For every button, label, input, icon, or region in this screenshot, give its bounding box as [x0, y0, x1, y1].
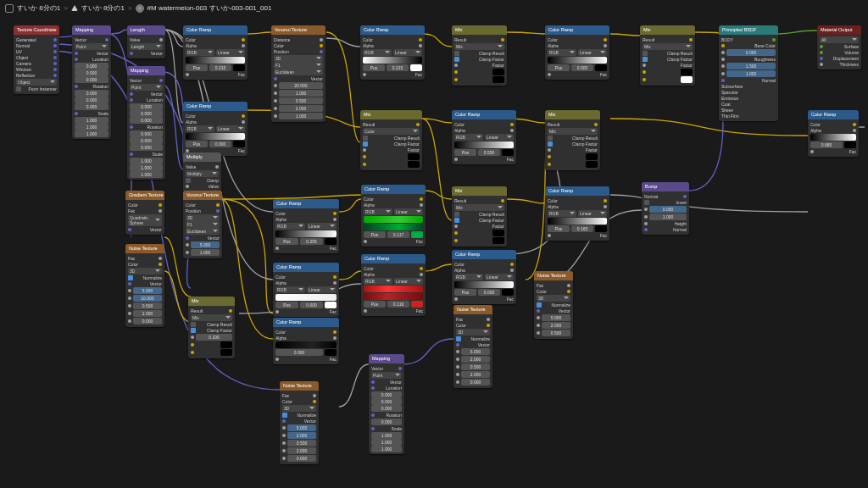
- ior-field[interactable]: 1.500: [726, 63, 776, 69]
- object-icon: [5, 4, 14, 13]
- out-object: Object: [16, 55, 28, 60]
- node-color-ramp-10[interactable]: Color Ramp Color Alpha RGBLinear Pos0.00…: [452, 250, 516, 304]
- node-color-ramp-green[interactable]: Color Ramp Color Alpha RGBLinear Pos0.11…: [361, 185, 426, 247]
- mesh-icon: [71, 5, 78, 11]
- node-header[interactable]: Texture Coordinate: [14, 25, 59, 35]
- loc-x[interactable]: 0.000: [75, 63, 108, 69]
- node-color-ramp-4[interactable]: Color Ramp Color Alpha RGBLinear Pos0.00…: [545, 25, 609, 80]
- node-mix-2[interactable]: Mix Result Mix Clamp Result Clamp Factor…: [640, 25, 695, 86]
- chevron-icon: >: [128, 4, 132, 12]
- node-mix-4[interactable]: Mix Result Mix Clamp Result Clamp Factor…: [545, 110, 600, 170]
- node-mapping[interactable]: Mapping Vector Point Vector Location 0.0…: [72, 25, 111, 139]
- metallic-field[interactable]: 0.000: [726, 49, 776, 56]
- node-gradient-texture[interactable]: Gradient Texture Color Fac Quadratic Sph…: [125, 191, 164, 235]
- out-vector: Vector: [75, 37, 86, 42]
- node-header[interactable]: Length: [127, 25, 165, 35]
- color-swatch[interactable]: [233, 64, 245, 71]
- breadcrumb-mesh[interactable]: すいか 8分の1: [81, 3, 125, 13]
- node-material-output[interactable]: Material Output All Surface Volume Displ…: [817, 25, 861, 69]
- from-instancer-check[interactable]: [16, 86, 21, 92]
- scale-field[interactable]: 20.000: [279, 82, 323, 89]
- object-dropdown[interactable]: Object: [16, 79, 57, 86]
- node-mapping-2[interactable]: Mapping Vector Point Vector Location 0.0…: [127, 66, 165, 180]
- node-voronoi-texture[interactable]: Voronoi Texture Distance Color Position …: [271, 25, 326, 122]
- node-color-ramp-7[interactable]: Color Ramp Color Alpha RGBLinear Pos0.25…: [273, 199, 339, 253]
- type-dropdown[interactable]: Point: [75, 43, 108, 50]
- out-normal: Normal: [16, 43, 30, 48]
- op-dropdown[interactable]: Length: [130, 43, 163, 50]
- dim-dropdown[interactable]: 3D: [274, 55, 323, 62]
- node-mix-3[interactable]: Mix Result Color Clamp Result Clamp Fact…: [360, 110, 422, 170]
- color-ramp-gradient[interactable]: [186, 57, 245, 64]
- material-icon: [136, 4, 144, 13]
- node-mix-6[interactable]: Mix Result Mix Clamp Result Clamp Factor…: [452, 186, 507, 247]
- node-header[interactable]: Color Ramp: [183, 25, 248, 35]
- node-color-ramp-9[interactable]: Color Ramp Color Alpha RGBLinear Pos0.00…: [273, 263, 339, 317]
- node-texture-coordinate[interactable]: Texture Coordinate Generated Normal UV O…: [14, 25, 59, 94]
- breadcrumb-material[interactable]: #M watermelon-003 すいか-003-001_001: [147, 3, 272, 13]
- node-color-ramp-3[interactable]: Color Ramp Color Alpha RGBLinear Pos0.21…: [360, 25, 425, 80]
- loc-z[interactable]: 0.000: [75, 76, 108, 83]
- node-noise-texture-2[interactable]: Noise Texture Fac Color 3D Normalize Vec…: [453, 305, 492, 388]
- node-color-ramp-6[interactable]: Color Ramp Color Alpha 0.685 Fac: [808, 110, 859, 157]
- interp-dropdown[interactable]: RGB: [186, 49, 214, 56]
- out-generated: Generated: [16, 37, 36, 42]
- strength-field[interactable]: 0.050: [649, 206, 687, 213]
- node-header[interactable]: Mapping: [127, 66, 165, 75]
- loc-y[interactable]: 0.000: [75, 69, 108, 76]
- out-window: Window: [16, 67, 31, 72]
- node-noise-texture-4[interactable]: Noise Texture Fac Color 3D Normalize Vec…: [534, 271, 573, 339]
- node-header[interactable]: Voronoi Texture: [271, 25, 326, 35]
- node-vector-length[interactable]: Length Value Length Vector: [127, 25, 165, 58]
- node-color-ramp-5[interactable]: Color Ramp Color Alpha RGBLinear Pos0.55…: [452, 110, 516, 164]
- breadcrumb-object[interactable]: すいか 8分の1: [17, 3, 60, 13]
- node-color-ramp-8[interactable]: Color Ramp Color Alpha RGBLinear Pos0.16…: [545, 186, 609, 241]
- node-color-ramp-2[interactable]: Color Ramp Color Alpha RGBLinear Pos0.00…: [183, 102, 248, 156]
- node-noise-texture-1[interactable]: Noise Texture Fac Color 3D Normalize Vec…: [125, 244, 164, 327]
- node-noise-texture-3[interactable]: Noise Texture Fac Color 3D Normalize Vec…: [280, 381, 319, 464]
- node-color-ramp-red[interactable]: Color Ramp Color Alpha RGBLinear Pos0.11…: [361, 254, 426, 316]
- node-mapping-3[interactable]: Mapping Vector Point Vector Location 0.0…: [369, 354, 404, 454]
- breadcrumb[interactable]: すいか 8分の1 > すいか 8分の1 > #M watermelon-003 …: [5, 3, 271, 13]
- node-voronoi-2[interactable]: Voronoi Texture Color Position 3D F1 Euc…: [183, 191, 222, 258]
- node-principled-bsdf[interactable]: Principled BSDF BODY Base Color 0.000 Ro…: [719, 25, 778, 121]
- node-mix-5[interactable]: Mix Result Mix Clamp Result Clamp Factor…: [188, 297, 235, 358]
- node-color-ramp-dark[interactable]: Color Ramp Color Alpha 0.000 Fac: [273, 318, 339, 364]
- node-bump[interactable]: Bump Normal Invert 0.050 1.000 Height No…: [642, 182, 689, 235]
- chevron-icon: >: [64, 4, 68, 12]
- node-mix-1[interactable]: Mix Result Mix Clamp Result Clamp Factor…: [452, 25, 507, 86]
- out-reflection: Reflection: [16, 73, 35, 78]
- out-camera: Camera: [16, 61, 31, 66]
- node-color-ramp-1[interactable]: Color Ramp Color Alpha RGBLinear Pos0.21…: [183, 25, 248, 80]
- out-uv: UV: [16, 49, 22, 54]
- node-header[interactable]: Mapping: [72, 25, 111, 35]
